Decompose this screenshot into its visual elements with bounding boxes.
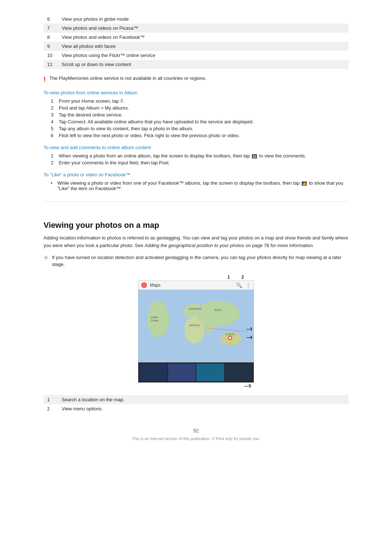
list-item: 3 Tap the desired online service. [51,112,348,118]
page-number: 92 [44,428,348,434]
svg-text:EUROPE: EUROPE [189,307,201,311]
svg-point-6 [205,320,213,333]
photo-thumb [225,364,253,381]
warning-icon: ! [44,76,46,83]
section3-heading: To "Like" a photo or video on Facebook™ [44,172,348,177]
toolbar-icons: 🔍 ⋮ [236,282,251,288]
svg-point-4 [147,301,169,337]
table-row: 9 View all photos with faces [44,42,348,51]
table-row: 11 Scroll up or down to view content [44,60,348,69]
section-divider: Viewing your photos on a map Adding loca… [44,201,348,250]
main-paragraph: Adding location information to photos is… [44,234,348,250]
svg-point-15 [229,337,231,339]
callout-table-row: 1 Search a location on the map. [44,395,348,404]
table-row: 7 View photos and videos on Picasa™ [44,24,348,33]
page-footer: 92 This is an Internet version of this p… [44,428,348,441]
photo-thumb [196,364,224,381]
callout-table-row: 2 View menu options. [44,404,348,413]
tip-icon: ✳ [44,254,48,261]
map-body: EUROPE AFRICA ASIA Indian Ocean AUSTR...… [138,290,254,362]
menu-icon[interactable]: ⋮ [246,282,251,288]
warning-note: ! The PlayMemories online service is not… [44,75,348,83]
map-toolbar-title: Maps [150,283,160,288]
callout-1-label: 1 [228,275,230,280]
section2: To view and add comments to online album… [44,145,348,165]
list-item: 4 Tap Connect. All available online albu… [51,119,348,124]
svg-text:Indian: Indian [151,316,158,319]
callout-2-label: 2 [241,275,244,280]
table-row: 6 View your photos in globe mode [44,15,348,24]
comment-icon: ▤ [252,154,257,159]
main-section-title: Viewing your photos on a map [44,221,348,230]
svg-point-3 [196,301,240,326]
list-item: 1 From your Home screen, tap ⠿. [51,98,348,104]
svg-text:AFRICA: AFRICA [189,324,200,327]
list-item: While viewing a photo or video from one … [51,180,348,191]
table-section: 6 View your photos in globe mode 7 View … [44,15,348,69]
callout-table: 1 Search a location on the map. 2 View m… [44,395,348,413]
section2-heading: To view and add comments to online album… [44,145,348,150]
callout-5-label: —5 [244,383,251,389]
photo-strip [138,362,254,382]
section1-steps: 1 From your Home screen, tap ⠿. 2 Find a… [51,98,348,138]
map-figure: 1 2 Maps 🔍 ⋮ [138,275,254,389]
svg-text:ASIA: ASIA [215,308,221,312]
section3-bullets: While viewing a photo or video from one … [51,180,348,191]
section2-steps: 1 When viewing a photo from an online al… [51,153,348,165]
maps-dot-icon [141,282,147,288]
tip-block: ✳ If you have turned on location detecti… [44,254,348,268]
list-item: 2 Find and tap Album > My albums. [51,105,348,111]
list-item: 5 Tap any album to view its content, the… [51,126,348,131]
photo-thumb [168,364,196,381]
map-svg: EUROPE AFRICA ASIA Indian Ocean AUSTR...… [138,290,254,362]
warning-text: The PlayMemories online service is not a… [49,75,207,81]
section3: To "Like" a photo or video on Facebook™ … [44,172,348,191]
tip-text: If you have turned on location detection… [52,254,348,268]
like-icon: 👍 [302,181,307,186]
list-item: 2 Enter your comments in the input field… [51,160,348,165]
svg-text:Ocean: Ocean [151,319,159,322]
section1-heading: To view photos from online services in A… [44,90,348,95]
list-item: 6 Flick left to view the next photo or v… [51,133,348,138]
svg-text:—4: —4 [246,336,252,340]
footer-text: This is an Internet version of this publ… [44,436,348,441]
table-row: 8 View photos and videos on Facebook™ [44,33,348,42]
map-toolbar: Maps 🔍 ⋮ [138,281,254,290]
list-item: 1 When viewing a photo from an online al… [51,153,348,159]
svg-text:—3: —3 [246,327,252,331]
table-row: 10 View photos using the Flickr™ online … [44,51,348,60]
photo-thumb [139,364,167,381]
search-icon[interactable]: 🔍 [236,282,242,288]
map-container: Maps 🔍 ⋮ [138,280,254,383]
svg-text:AUSTR...: AUSTR... [225,333,236,336]
section1: To view photos from online services in A… [44,90,348,138]
